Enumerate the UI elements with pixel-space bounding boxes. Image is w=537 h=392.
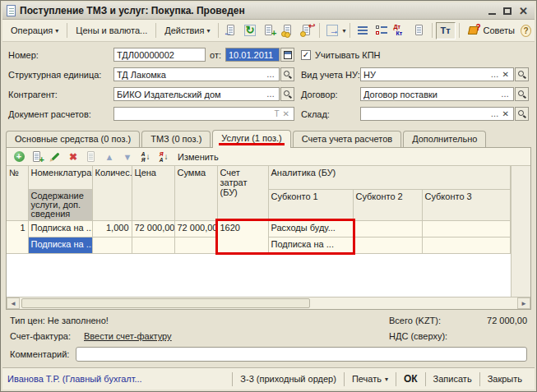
add-row-button[interactable]: + xyxy=(12,150,26,164)
date-field[interactable]: 10.01.2011 12:00:04 xyxy=(225,48,280,62)
tab-strip: Основные средства (0 поз.) ТМЗ (0 поз.) … xyxy=(6,129,531,147)
print-button[interactable]: Печать ▾ xyxy=(345,368,396,390)
horizontal-scrollbar[interactable]: ◄ ► xyxy=(7,297,530,309)
tab-settlement-accounts[interactable]: Счета учета расчетов xyxy=(293,131,401,147)
cell-qty2[interactable] xyxy=(92,237,132,253)
table-row[interactable]: 1 Подписка на ... 1,000 72 000,00 72 000… xyxy=(7,220,510,237)
cell-subconto1-content[interactable]: Подписка на ... xyxy=(268,237,353,253)
unpost-document-button[interactable]: ↩ xyxy=(298,22,316,39)
column-header-cost-account: Счет затрат (БУ) xyxy=(217,166,268,220)
help-icon[interactable]: ? xyxy=(521,25,531,37)
tab-tmz[interactable]: ТМЗ (0 поз.) xyxy=(141,131,211,147)
contract-field[interactable]: Договор поставки … xyxy=(360,87,514,101)
tips-book-icon: ? xyxy=(468,24,481,37)
counterparty-field[interactable]: БИКО Издательский дом … xyxy=(113,87,280,101)
show-postings-button[interactable]: ДтКт xyxy=(391,22,410,39)
ok-button[interactable]: ОК xyxy=(396,368,425,390)
close-button[interactable]: ✕ xyxy=(519,7,528,15)
cell-sum[interactable]: 72 000,00 xyxy=(174,220,217,237)
copy-document-button[interactable]: + xyxy=(260,22,278,39)
number-field[interactable]: ТДЛ00000002 xyxy=(113,48,206,62)
unit-open-button[interactable] xyxy=(280,67,294,81)
cell-num[interactable]: 1 xyxy=(7,220,28,253)
setup-list-button[interactable] xyxy=(373,22,391,39)
vertical-scrollbar[interactable] xyxy=(511,166,530,297)
clear-icon[interactable]: ✕ xyxy=(501,70,511,79)
cell-subconto2-2[interactable] xyxy=(353,237,422,253)
go-to-button[interactable]: → xyxy=(323,22,341,39)
choose-icon[interactable]: … xyxy=(489,70,501,79)
vat-label: НДС (сверху): xyxy=(389,331,463,341)
cell-subconto3-2[interactable] xyxy=(422,237,510,253)
tab-additional[interactable]: Дополнительно xyxy=(403,131,486,147)
calendar-button[interactable] xyxy=(280,48,294,62)
operation-menu-button[interactable]: Операция ▾ xyxy=(6,22,63,39)
nu-field[interactable]: НУ … ✕ xyxy=(360,67,514,81)
copy-row-button[interactable]: + xyxy=(30,150,44,164)
prices-currency-button[interactable]: Цены и валюта... xyxy=(71,22,152,39)
total-label: Всего (KZT): xyxy=(389,316,463,325)
enter-invoice-link[interactable]: Ввести счет-фактуру xyxy=(84,331,172,341)
warehouse-open-button[interactable] xyxy=(515,107,529,121)
move-down-button[interactable]: ▼ xyxy=(120,150,135,164)
delete-row-button[interactable]: ✖ xyxy=(66,150,81,164)
magnifier-icon xyxy=(518,90,526,99)
cell-subconto1[interactable]: Расходы буду... xyxy=(268,220,353,237)
document-list-button[interactable] xyxy=(410,22,428,39)
arrow-up-icon: ▲ xyxy=(105,152,114,162)
minimize-button[interactable] xyxy=(488,7,496,15)
tab-fixed-assets[interactable]: Основные средства (0 поз.) xyxy=(6,131,140,147)
font-toggle-button[interactable]: Тт xyxy=(436,22,456,39)
sort-desc-button[interactable]: ЯА ↓ xyxy=(156,150,171,164)
cell-subconto2[interactable] xyxy=(353,220,422,237)
refresh-button[interactable]: ↻ xyxy=(241,22,259,39)
scroll-left-icon[interactable]: ◄ xyxy=(7,297,20,309)
cell-price[interactable]: 72 000,00 xyxy=(132,220,174,237)
magnifier-icon xyxy=(518,110,526,118)
counterparty-open-button[interactable] xyxy=(280,87,294,101)
sort-asc-button[interactable]: АЯ ↓ xyxy=(138,150,153,164)
contract-open-button[interactable] xyxy=(515,87,529,101)
structure-button[interactable] xyxy=(354,22,372,39)
scrollbar-track[interactable] xyxy=(20,297,517,309)
order-form-button[interactable]: З-3 (приходный ордер) xyxy=(233,368,344,390)
number-label: Номер: xyxy=(8,50,113,60)
cell-subconto3[interactable] xyxy=(422,220,510,237)
close-form-button[interactable]: Закрыть xyxy=(480,368,530,390)
chevron-down-icon[interactable]: ▾ xyxy=(342,27,345,35)
warehouse-field[interactable]: … ✕ xyxy=(360,107,514,121)
comment-input[interactable] xyxy=(76,347,527,362)
unit-field[interactable]: ТД Лакомка … xyxy=(113,67,280,81)
maximize-button[interactable] xyxy=(503,7,512,15)
cell-content-selected[interactable]: Подписка на ... xyxy=(28,237,92,253)
choose-icon[interactable]: … xyxy=(499,90,511,99)
edit-button[interactable]: Изменить xyxy=(178,152,219,162)
kpn-checkbox[interactable]: ✓ xyxy=(301,50,311,60)
cell-sum2[interactable] xyxy=(174,237,217,253)
post-document-button[interactable] xyxy=(279,22,297,39)
scrollbar-thumb[interactable] xyxy=(21,298,310,308)
cell-cost-account[interactable]: 1620 xyxy=(217,220,268,253)
cell-nomenclature[interactable]: Подписка на ... xyxy=(28,220,92,237)
settlement-doc-field[interactable]: Т ✕ xyxy=(113,107,294,121)
move-up-button[interactable]: ▲ xyxy=(102,150,117,164)
nu-open-button[interactable] xyxy=(515,67,529,81)
edit-row-button[interactable] xyxy=(48,150,62,164)
refill-document-button[interactable]: ← xyxy=(222,22,240,39)
end-edit-button[interactable] xyxy=(84,150,99,164)
choose-icon[interactable]: … xyxy=(489,109,501,118)
save-button[interactable]: Записать xyxy=(426,368,479,390)
column-header-price: Цена xyxy=(132,166,174,220)
clear-icon[interactable]: ✕ xyxy=(281,109,291,118)
cell-qty[interactable]: 1,000 xyxy=(92,220,132,237)
actions-menu-button[interactable]: Действия ▾ xyxy=(160,22,215,39)
tips-button[interactable]: ? Советы xyxy=(463,21,520,40)
cell-price2[interactable] xyxy=(132,237,174,253)
text-icon[interactable]: Т xyxy=(273,109,281,118)
choose-icon[interactable]: … xyxy=(265,90,276,99)
scroll-right-icon[interactable]: ► xyxy=(517,297,530,309)
choose-icon[interactable]: … xyxy=(265,70,276,79)
tab-services[interactable]: Услуги (1 поз.) xyxy=(212,130,290,148)
date-prefix-label: от: xyxy=(210,50,221,60)
clear-icon[interactable]: ✕ xyxy=(501,109,511,118)
